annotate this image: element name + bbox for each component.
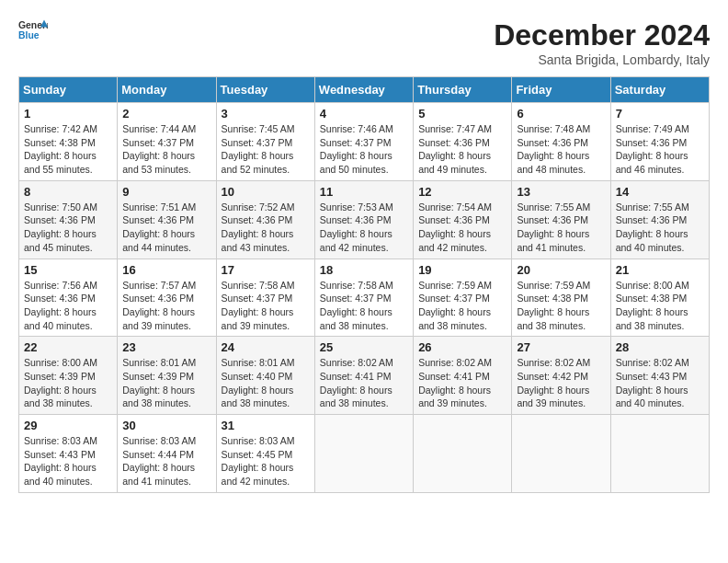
calendar-day-cell: 29 Sunrise: 8:03 AM Sunset: 4:43 PM Dayl… <box>19 415 118 493</box>
sunrise-label: Sunrise: 8:02 AM <box>616 357 689 368</box>
day-number: 7 <box>616 107 704 121</box>
daylight-label: Daylight: 8 hours and 43 minutes. <box>222 228 294 253</box>
daylight-label: Daylight: 8 hours and 38 minutes. <box>122 385 195 409</box>
sunrise-label: Sunrise: 7:57 AM <box>122 280 196 291</box>
daylight-label: Daylight: 8 hours and 38 minutes. <box>222 385 294 409</box>
day-info: Sunrise: 8:00 AM Sunset: 4:39 PM Dayligh… <box>24 356 112 410</box>
sunrise-label: Sunrise: 7:51 AM <box>122 201 196 213</box>
calendar-day-cell: 2 Sunrise: 7:44 AM Sunset: 4:37 PM Dayli… <box>118 103 216 181</box>
calendar-day-cell: 20 Sunrise: 7:59 AM Sunset: 4:38 PM Dayl… <box>512 259 610 337</box>
sunset-label: Sunset: 4:37 PM <box>222 137 293 148</box>
day-number: 8 <box>24 185 112 199</box>
sunset-label: Sunset: 4:43 PM <box>616 371 688 382</box>
daylight-label: Daylight: 8 hours and 39 minutes. <box>517 385 589 409</box>
sunrise-label: Sunrise: 7:54 AM <box>418 201 492 213</box>
daylight-label: Daylight: 8 hours and 39 minutes. <box>122 306 195 331</box>
day-of-week-header: Sunday <box>19 77 118 103</box>
calendar-day-cell: 1 Sunrise: 7:42 AM Sunset: 4:38 PM Dayli… <box>19 103 118 181</box>
day-info: Sunrise: 7:50 AM Sunset: 4:36 PM Dayligh… <box>24 201 112 255</box>
sunset-label: Sunset: 4:42 PM <box>517 371 588 382</box>
day-number: 22 <box>24 340 112 354</box>
calendar-day-cell <box>314 415 413 493</box>
sunset-label: Sunset: 4:36 PM <box>517 137 588 148</box>
sunset-label: Sunset: 4:39 PM <box>24 371 96 382</box>
sunrise-label: Sunrise: 7:46 AM <box>320 123 393 134</box>
sunset-label: Sunset: 4:37 PM <box>320 137 392 148</box>
sunrise-label: Sunrise: 8:03 AM <box>122 435 196 446</box>
daylight-label: Daylight: 8 hours and 39 minutes. <box>418 385 491 409</box>
calendar-table: SundayMondayTuesdayWednesdayThursdayFrid… <box>18 76 710 493</box>
sunset-label: Sunset: 4:36 PM <box>616 214 688 225</box>
calendar-day-cell: 6 Sunrise: 7:48 AM Sunset: 4:36 PM Dayli… <box>512 103 610 181</box>
sunset-label: Sunset: 4:45 PM <box>222 449 293 460</box>
daylight-label: Daylight: 8 hours and 39 minutes. <box>222 306 294 331</box>
sunrise-label: Sunrise: 7:52 AM <box>222 201 295 213</box>
daylight-label: Daylight: 8 hours and 41 minutes. <box>517 228 589 253</box>
daylight-label: Daylight: 8 hours and 46 minutes. <box>616 150 688 175</box>
day-info: Sunrise: 7:56 AM Sunset: 4:36 PM Dayligh… <box>24 279 112 333</box>
sunrise-label: Sunrise: 8:00 AM <box>24 357 97 368</box>
calendar-day-cell: 21 Sunrise: 8:00 AM Sunset: 4:38 PM Dayl… <box>610 259 709 337</box>
sunset-label: Sunset: 4:36 PM <box>616 137 688 148</box>
day-info: Sunrise: 7:46 AM Sunset: 4:37 PM Dayligh… <box>320 122 408 177</box>
sunset-label: Sunset: 4:36 PM <box>24 293 96 304</box>
calendar-day-cell: 14 Sunrise: 7:55 AM Sunset: 4:36 PM Dayl… <box>610 180 709 259</box>
day-info: Sunrise: 7:58 AM Sunset: 4:37 PM Dayligh… <box>320 279 408 333</box>
sunrise-label: Sunrise: 8:01 AM <box>222 357 295 368</box>
calendar-day-cell: 24 Sunrise: 8:01 AM Sunset: 4:40 PM Dayl… <box>216 337 314 415</box>
day-info: Sunrise: 7:57 AM Sunset: 4:36 PM Dayligh… <box>122 279 210 333</box>
day-number: 31 <box>222 419 310 432</box>
daylight-label: Daylight: 8 hours and 44 minutes. <box>122 228 195 253</box>
sunrise-label: Sunrise: 7:58 AM <box>222 280 295 291</box>
calendar-day-cell: 23 Sunrise: 8:01 AM Sunset: 4:39 PM Dayl… <box>118 337 216 415</box>
day-number: 19 <box>418 263 506 277</box>
day-info: Sunrise: 8:00 AM Sunset: 4:38 PM Dayligh… <box>616 279 704 333</box>
day-info: Sunrise: 7:52 AM Sunset: 4:36 PM Dayligh… <box>222 201 310 255</box>
calendar-day-cell: 27 Sunrise: 8:02 AM Sunset: 4:42 PM Dayl… <box>512 337 610 415</box>
day-number: 11 <box>320 185 408 199</box>
day-number: 5 <box>418 107 506 121</box>
calendar-day-cell: 31 Sunrise: 8:03 AM Sunset: 4:45 PM Dayl… <box>216 415 314 493</box>
calendar-body: 1 Sunrise: 7:42 AM Sunset: 4:38 PM Dayli… <box>19 103 710 493</box>
sunrise-label: Sunrise: 7:47 AM <box>418 123 492 134</box>
sunset-label: Sunset: 4:36 PM <box>222 214 293 225</box>
sunset-label: Sunset: 4:37 PM <box>122 137 194 148</box>
day-info: Sunrise: 8:02 AM Sunset: 4:43 PM Dayligh… <box>616 356 704 410</box>
calendar-day-cell: 12 Sunrise: 7:54 AM Sunset: 4:36 PM Dayl… <box>414 180 512 259</box>
day-number: 6 <box>517 107 605 121</box>
sunrise-label: Sunrise: 7:59 AM <box>517 280 590 291</box>
day-number: 27 <box>517 340 605 354</box>
calendar-day-cell: 4 Sunrise: 7:46 AM Sunset: 4:37 PM Dayli… <box>314 103 413 181</box>
daylight-label: Daylight: 8 hours and 55 minutes. <box>24 150 97 175</box>
daylight-label: Daylight: 8 hours and 38 minutes. <box>517 306 589 331</box>
day-of-week-header: Tuesday <box>216 77 314 103</box>
sunset-label: Sunset: 4:36 PM <box>418 214 490 225</box>
day-number: 28 <box>616 340 704 354</box>
calendar-day-cell: 19 Sunrise: 7:59 AM Sunset: 4:37 PM Dayl… <box>414 259 512 337</box>
sunrise-label: Sunrise: 7:53 AM <box>320 201 393 213</box>
sunrise-label: Sunrise: 7:55 AM <box>517 201 590 213</box>
daylight-label: Daylight: 8 hours and 48 minutes. <box>517 150 589 175</box>
daylight-label: Daylight: 8 hours and 38 minutes. <box>616 306 688 331</box>
sunrise-label: Sunrise: 7:48 AM <box>517 123 590 134</box>
sunset-label: Sunset: 4:36 PM <box>122 214 194 225</box>
day-info: Sunrise: 7:55 AM Sunset: 4:36 PM Dayligh… <box>616 201 704 255</box>
day-of-week-header: Friday <box>512 77 610 103</box>
day-info: Sunrise: 8:03 AM Sunset: 4:44 PM Dayligh… <box>122 434 210 488</box>
calendar-day-cell: 28 Sunrise: 8:02 AM Sunset: 4:43 PM Dayl… <box>610 337 709 415</box>
day-number: 14 <box>616 185 704 199</box>
logo-icon: General Blue <box>18 18 48 44</box>
day-number: 20 <box>517 263 605 277</box>
calendar-day-cell: 16 Sunrise: 7:57 AM Sunset: 4:36 PM Dayl… <box>118 259 216 337</box>
day-number: 25 <box>320 340 408 354</box>
day-of-week-header: Thursday <box>414 77 512 103</box>
calendar-week-row: 1 Sunrise: 7:42 AM Sunset: 4:38 PM Dayli… <box>19 103 710 181</box>
daylight-label: Daylight: 8 hours and 42 minutes. <box>222 462 294 487</box>
sunrise-label: Sunrise: 8:02 AM <box>517 357 590 368</box>
sunset-label: Sunset: 4:43 PM <box>24 449 96 460</box>
sunrise-label: Sunrise: 7:45 AM <box>222 123 295 134</box>
day-info: Sunrise: 7:42 AM Sunset: 4:38 PM Dayligh… <box>24 122 112 177</box>
calendar-day-cell: 25 Sunrise: 8:02 AM Sunset: 4:41 PM Dayl… <box>314 337 413 415</box>
calendar-day-cell: 15 Sunrise: 7:56 AM Sunset: 4:36 PM Dayl… <box>19 259 118 337</box>
daylight-label: Daylight: 8 hours and 38 minutes. <box>320 385 392 409</box>
